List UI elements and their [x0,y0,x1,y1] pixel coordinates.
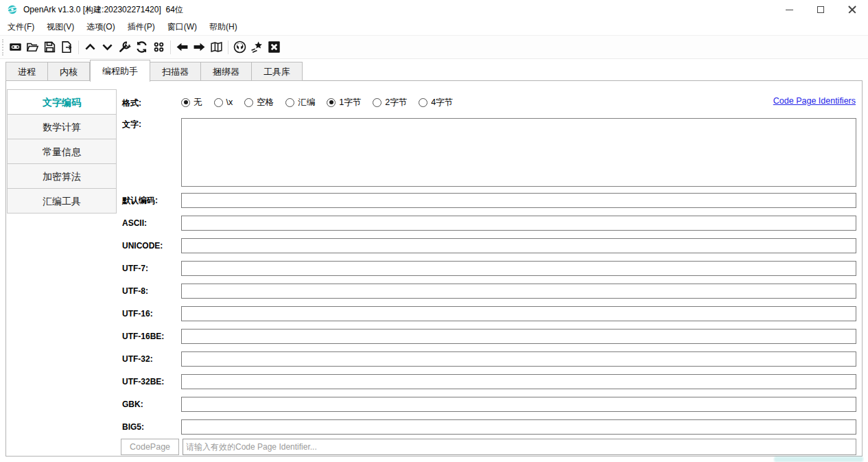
toolbar-separator [170,41,171,54]
main-tab-bar: 进程 内核 编程助手 扫描器 捆绑器 工具库 [5,59,303,81]
menu-options[interactable]: 选项(O) [80,19,121,36]
radio-hex-x[interactable]: \x [214,97,233,107]
menu-plugins[interactable]: 插件(P) [121,19,161,36]
radio-circle [419,98,427,107]
toolbar-separator [78,41,79,54]
export-doc-button[interactable] [58,38,75,56]
radio-circle [327,98,336,107]
refresh-button[interactable] [133,38,150,56]
menu-file[interactable]: 文件(F) [1,19,40,36]
settings-button[interactable] [116,38,133,56]
github-button[interactable] [231,38,248,56]
sidebar-item-asm-tools[interactable]: 汇编工具 [8,189,116,213]
utf16-field[interactable] [181,306,856,321]
row-label-big5: BIG5: [122,419,144,435]
openark-window: OpenArk v1.3.0 [构建:202302271420] 64位 文件(… [0,0,868,462]
maximize-icon [817,6,824,13]
console-icon [9,41,22,54]
shooting-star-icon [250,41,263,54]
openark-logo-icon [7,4,18,15]
manual-book-icon [210,41,223,54]
row-label-utf7: UTF-7: [122,261,148,276]
row-label-utf32be: UTF-32BE: [122,374,164,389]
coderkit-sidebar: 文字编码 数学计算 常量信息 加密算法 汇编工具 [7,89,117,213]
tab-utilities[interactable]: 工具库 [252,62,303,81]
format-label: 格式: [122,95,141,111]
minimize-button[interactable] [773,0,805,19]
forward-button[interactable] [191,38,208,56]
github-icon [233,41,246,54]
code-page-identifiers-link[interactable]: Code Page Identifiers [773,96,856,106]
manual-button[interactable] [208,38,225,56]
utf32-field[interactable] [181,351,856,367]
close-icon [848,5,856,14]
row-label-ascii: ASCII: [122,216,147,231]
row-label-utf16be: UTF-16BE: [122,329,164,344]
big5-field[interactable] [181,419,856,435]
row-label-gbk: GBK: [122,397,143,412]
save-button[interactable] [41,38,58,56]
chevron-up-icon [84,41,97,54]
ascii-field[interactable] [181,216,856,231]
radio-space[interactable]: 空格 [244,97,274,108]
save-icon [43,41,56,54]
radio-2byte[interactable]: 2字节 [373,97,407,108]
default-encoding-field[interactable] [181,193,856,208]
codepage-button[interactable]: CodePage [121,439,179,455]
format-radio-group: 无 \x 空格 汇编 1字节 2字节 4字节 [181,95,453,109]
dots-grid-button[interactable] [150,38,167,56]
back-button[interactable] [174,38,191,56]
arrow-right-icon [193,41,206,54]
row-label-unicode: UNICODE: [122,238,163,253]
sidebar-item-crypto[interactable]: 加密算法 [8,164,116,189]
exit-button[interactable] [266,38,283,56]
radio-4byte[interactable]: 4字节 [419,97,453,108]
maximize-button[interactable] [805,0,836,19]
row-label-default-encoding: 默认编码: [122,193,158,208]
tab-kernel[interactable]: 内核 [48,62,90,81]
radio-asm[interactable]: 汇编 [285,97,315,108]
menu-bar: 文件(F) 视图(V) 选项(O) 插件(P) 窗口(W) 帮助(H) [0,19,868,36]
radio-1byte[interactable]: 1字节 [327,97,361,108]
window-title: OpenArk v1.3.0 [构建:202302271420] 64位 [23,4,183,16]
console-button[interactable] [7,38,24,56]
row-label-utf16: UTF-16: [122,306,153,321]
utf8-field[interactable] [181,284,856,299]
gbk-field[interactable] [181,397,856,412]
text-input-area[interactable] [181,118,856,187]
open-file-icon [26,41,39,54]
row-label-utf32: UTF-32: [122,351,153,367]
unicode-field[interactable] [181,238,856,253]
move-down-button[interactable] [99,38,116,56]
whats-new-button[interactable] [248,38,266,56]
sidebar-item-constants[interactable]: 常量信息 [8,139,116,164]
tab-bundler[interactable]: 捆绑器 [201,62,252,81]
sidebar-item-math-calc[interactable]: 数学计算 [8,115,116,139]
title-bar[interactable]: OpenArk v1.3.0 [构建:202302271420] 64位 [0,0,868,19]
menu-view[interactable]: 视图(V) [40,19,80,36]
tab-process[interactable]: 进程 [5,62,48,81]
menu-window[interactable]: 窗口(W) [161,19,203,36]
radio-circle [181,98,190,107]
refresh-icon [135,41,148,54]
radio-circle [373,98,382,107]
open-file-button[interactable] [24,38,41,56]
utf16be-field[interactable] [181,329,856,344]
radio-none[interactable]: 无 [181,97,202,108]
codepage-input[interactable] [183,439,856,455]
tab-coderkit[interactable]: 编程助手 [90,60,150,82]
arrow-left-icon [176,41,189,54]
utf7-field[interactable] [181,261,856,276]
toolbar-grip [2,39,4,56]
utf32be-field[interactable] [181,374,856,389]
close-button[interactable] [836,0,868,19]
sidebar-item-text-encoding[interactable]: 文字编码 [8,90,116,115]
statusbar-remnant [774,457,863,462]
move-up-button[interactable] [82,38,99,56]
radio-circle [285,98,294,107]
radio-circle [214,98,223,107]
menu-help[interactable]: 帮助(H) [203,19,244,36]
toolbar [0,36,868,59]
tab-scanner[interactable]: 扫描器 [150,62,201,81]
row-label-utf8: UTF-8: [122,284,148,299]
